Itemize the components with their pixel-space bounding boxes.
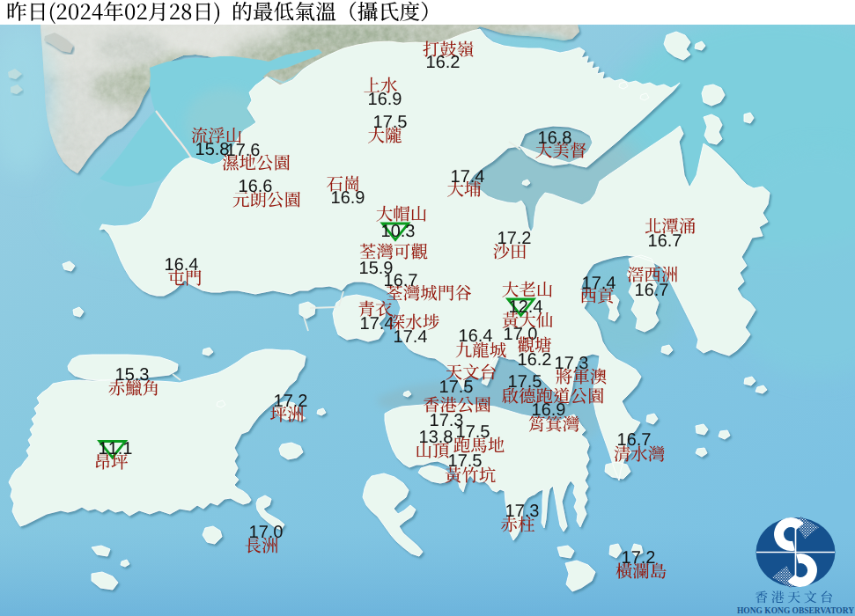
svg-text:HONG KONG OBSERVATORY: HONG KONG OBSERVATORY (737, 605, 855, 615)
